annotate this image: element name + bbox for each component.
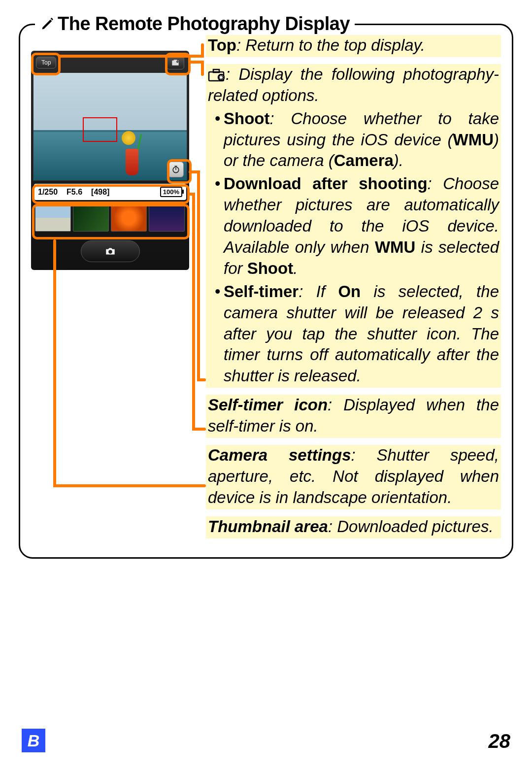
aperture: F5.6 bbox=[66, 188, 82, 197]
thumbnail[interactable] bbox=[111, 204, 147, 232]
content: Top bbox=[31, 35, 501, 545]
thumbnail[interactable] bbox=[73, 204, 109, 232]
panel: The Remote Photography Display Top bbox=[19, 24, 513, 559]
section-badge: B bbox=[22, 729, 45, 752]
callout-body: : Return to the top display. bbox=[236, 36, 425, 54]
phone-screenshot: Top bbox=[31, 51, 189, 270]
callout-top: Top: Return to the top display. bbox=[206, 35, 501, 57]
callout-thumbnails: Thumbnail area: Downloaded pictures. bbox=[206, 516, 501, 538]
callout-body: : Downloaded pictures. bbox=[328, 517, 494, 536]
callout-options: : Display the following photography-rela… bbox=[206, 64, 501, 388]
shutter-button[interactable] bbox=[81, 240, 140, 262]
right-column: Top: Return to the top display. : Displa… bbox=[206, 35, 501, 545]
callout-lead: Top bbox=[208, 36, 236, 54]
camera-settings-bar: 1/250 F5.6 [498] 100% bbox=[34, 184, 186, 200]
focus-rectangle bbox=[83, 117, 117, 142]
callout-self-timer-icon: Self-timer icon: Displayed when the self… bbox=[206, 395, 501, 438]
live-view[interactable] bbox=[33, 72, 187, 181]
page-number: 28 bbox=[489, 730, 511, 752]
pencil-icon bbox=[40, 17, 55, 32]
settings-gear-button[interactable] bbox=[166, 56, 184, 69]
left-column: Top bbox=[31, 35, 196, 545]
callout-lead: Camera settings bbox=[208, 446, 351, 464]
battery-indicator: 100% bbox=[160, 187, 182, 197]
svg-point-3 bbox=[108, 250, 112, 254]
options-bullet-list: Shoot: Choose whether to take pictures u… bbox=[208, 108, 499, 387]
svg-point-1 bbox=[177, 62, 178, 63]
page-footer: B 28 bbox=[0, 729, 532, 752]
panel-title: The Remote Photography Display bbox=[58, 13, 350, 34]
callout-lead: Self-timer icon bbox=[208, 396, 328, 414]
svg-rect-5 bbox=[213, 69, 219, 72]
callout-lead: Thumbnail area bbox=[208, 517, 328, 536]
page: The Remote Photography Display Top bbox=[0, 0, 532, 774]
bullet-self-timer: Self-timer: If On is selected, the camer… bbox=[215, 281, 499, 387]
shutter-speed: 1/250 bbox=[38, 188, 58, 197]
bullet-shoot: Shoot: Choose whether to take pictures u… bbox=[215, 108, 499, 172]
self-timer-icon[interactable] bbox=[168, 162, 184, 177]
shots-remaining: [498] bbox=[91, 188, 109, 197]
top-button[interactable]: Top bbox=[36, 57, 56, 68]
callout-body: : Display the following photography-rela… bbox=[208, 65, 499, 104]
thumbnail-area[interactable] bbox=[33, 202, 187, 234]
drink-subject bbox=[122, 131, 142, 175]
shutter-area bbox=[33, 234, 187, 265]
phone-topbar: Top bbox=[33, 53, 187, 72]
panel-title-wrap: The Remote Photography Display bbox=[35, 13, 355, 34]
camera-settings-icon bbox=[208, 68, 226, 83]
thumbnail[interactable] bbox=[149, 204, 185, 232]
bullet-download: Download after shooting: Choose whether … bbox=[215, 173, 499, 279]
thumbnail[interactable] bbox=[35, 204, 71, 232]
callout-camera-settings: Camera settings: Shutter speed, aperture… bbox=[206, 445, 501, 509]
